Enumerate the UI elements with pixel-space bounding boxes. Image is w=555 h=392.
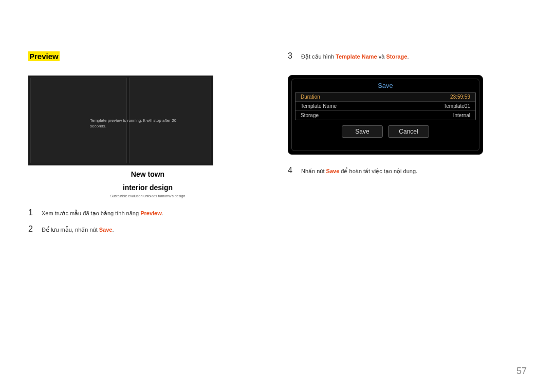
save-button[interactable]: Save xyxy=(342,125,383,138)
dialog-row-label: Duration xyxy=(301,94,320,100)
step-2: 2 Để lưu mẫu, nhấn nút Save. xyxy=(28,225,267,234)
dialog-row-label: Template Name xyxy=(301,103,337,109)
dialog-row-template-name[interactable]: Template Name Template01 xyxy=(295,102,475,111)
step-text: Xem trước mẫu đã tạo bằng tính năng Prev… xyxy=(42,210,163,217)
preview-subcaption: Sustainble evolution unfolods tomorrw's … xyxy=(28,194,267,198)
step-number: 4 xyxy=(288,166,294,175)
step-number: 3 xyxy=(288,51,294,61)
step-text: Đặt cấu hình Template Name và Storage. xyxy=(301,53,409,60)
section-heading: Preview xyxy=(28,51,60,61)
step-4: 4 Nhấn nút Save để hoàn tất việc tạo nội… xyxy=(288,166,527,175)
left-column: Preview Template preview is running. It … xyxy=(28,51,267,392)
cancel-button[interactable]: Cancel xyxy=(388,125,429,138)
dialog-buttons: Save Cancel xyxy=(292,125,479,142)
step-number: 2 xyxy=(28,225,34,234)
page-number: 57 xyxy=(516,366,527,377)
step-text: Để lưu mẫu, nhấn nút Save. xyxy=(42,227,114,233)
dialog-row-value: 23:59:59 xyxy=(450,94,470,100)
dialog-row-value: Internal xyxy=(453,113,470,118)
right-column: 3 Đặt cấu hình Template Name và Storage.… xyxy=(288,51,527,392)
preview-running-message: Template preview is running. It will sto… xyxy=(90,118,193,129)
template-preview: Template preview is running. It will sto… xyxy=(28,76,213,165)
step-number: 1 xyxy=(28,208,34,217)
dialog-row-value: Template01 xyxy=(443,103,470,109)
preview-caption-line2: interior design xyxy=(28,183,267,192)
dialog-field-list: Duration 23:59:59 Template Name Template… xyxy=(295,92,476,120)
dialog-row-storage[interactable]: Storage Internal xyxy=(295,111,475,120)
save-dialog: Save Duration 23:59:59 Template Name Tem… xyxy=(288,75,483,155)
step-text: Nhấn nút Save để hoàn tất việc tạo nội d… xyxy=(301,168,417,175)
step-3: 3 Đặt cấu hình Template Name và Storage. xyxy=(288,51,527,61)
step-1: 1 Xem trước mẫu đã tạo bằng tính năng Pr… xyxy=(28,208,267,217)
dialog-row-duration[interactable]: Duration 23:59:59 xyxy=(295,92,475,102)
dialog-row-label: Storage xyxy=(301,113,319,118)
dialog-title: Save xyxy=(292,79,479,92)
preview-caption-line1: New town xyxy=(28,170,267,179)
